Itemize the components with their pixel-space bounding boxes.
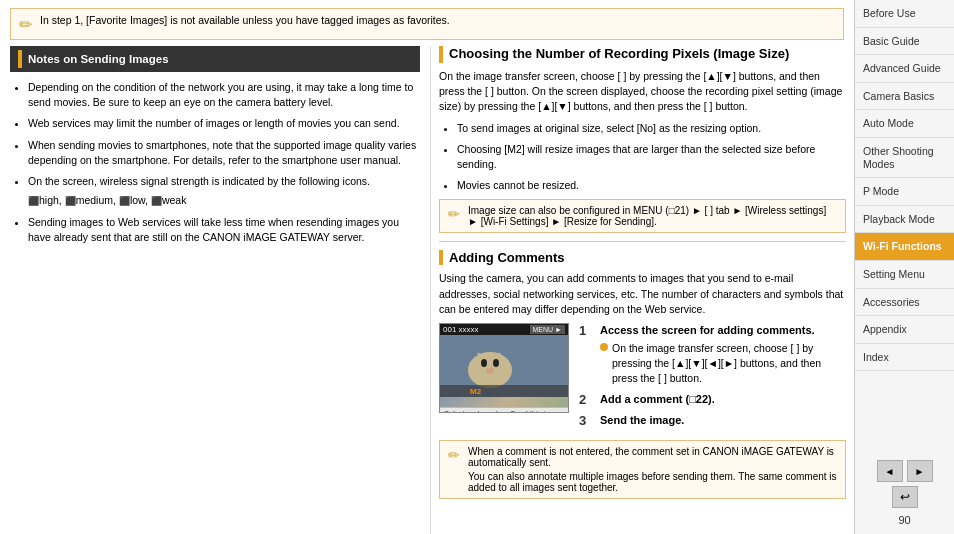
step-num-2: 2	[579, 392, 595, 407]
sidebar: Before Use Basic Guide Advanced Guide Ca…	[854, 0, 954, 534]
step-1-detail: On the image transfer screen, choose [ ]…	[600, 341, 846, 385]
section-divider	[439, 241, 846, 242]
svg-point-2	[481, 359, 487, 367]
step-1-title: Access the screen for adding comments.	[600, 324, 815, 336]
step-2-title: Add a comment (□22).	[600, 393, 715, 405]
step-3-content: Send the image.	[600, 413, 684, 428]
sidebar-item-camera-basics[interactable]: Camera Basics	[855, 83, 954, 111]
page-number: 90	[892, 512, 916, 528]
camera-top-bar: 001 xxxxx MENU ►	[440, 324, 568, 335]
sidebar-item-setting-menu[interactable]: Setting Menu	[855, 261, 954, 289]
sidebar-item-advanced-guide[interactable]: Advanced Guide	[855, 55, 954, 83]
svg-rect-5	[440, 385, 569, 397]
list-item: Depending on the condition of the networ…	[28, 80, 420, 110]
steps-list: 1 Access the screen for adding comments.…	[579, 323, 846, 434]
camera-image-preview: M2	[440, 335, 568, 407]
top-note-text: In step 1, [Favorite Images] is not avai…	[40, 14, 450, 26]
sidebar-item-wifi-functions[interactable]: Wi-Fi Functions	[855, 233, 954, 261]
list-item: Web services may limit the number of ima…	[28, 116, 420, 131]
pencil-icon: ✏	[448, 206, 460, 222]
sidebar-item-auto-mode[interactable]: Auto Mode	[855, 110, 954, 138]
right-column: Choosing the Number of Recording Pixels …	[430, 46, 854, 534]
bottom-notes-list: When a comment is not entered, the comme…	[468, 446, 837, 493]
sidebar-item-accessories[interactable]: Accessories	[855, 289, 954, 317]
sidebar-item-basic-guide[interactable]: Basic Guide	[855, 28, 954, 56]
recording-pixels-title: Choosing the Number of Recording Pixels …	[439, 46, 846, 63]
step-1-content: Access the screen for adding comments. O…	[600, 323, 846, 385]
step-3-title: Send the image.	[600, 414, 684, 426]
notes-list: Depending on the condition of the networ…	[10, 80, 420, 245]
step-num-1: 1	[579, 323, 595, 338]
list-item: When sending movies to smartphones, note…	[28, 138, 420, 168]
main-content: ✏ In step 1, [Favorite Images] is not av…	[0, 0, 854, 534]
orange-bullet	[600, 343, 608, 351]
pencil-icon: ✏	[448, 447, 460, 463]
sidebar-item-appendix[interactable]: Appendix	[855, 316, 954, 344]
list-item: Choosing [M2] will resize images that ar…	[457, 142, 846, 172]
recording-pixels-note: ✏ Image size can also be configured in M…	[439, 199, 846, 233]
svg-point-4	[486, 368, 494, 374]
nav-arrows: ◄ ►	[877, 460, 933, 482]
list-item: Movies cannot be resized.	[457, 178, 846, 193]
step-1: 1 Access the screen for adding comments.…	[579, 323, 846, 385]
pencil-icon: ✏	[19, 15, 32, 34]
bottom-note-2: You can also annotate multiple images be…	[468, 471, 837, 493]
steps-image-row: 001 xxxxx MENU ► M2	[439, 323, 846, 434]
recording-pixels-intro: On the image transfer screen, choose [ ]…	[439, 69, 846, 115]
title-bar-accent	[18, 50, 22, 68]
camera-bottom-bar: Select and send Send this image	[440, 407, 568, 413]
nav-next-button[interactable]: ►	[907, 460, 933, 482]
svg-point-3	[493, 359, 499, 367]
step-num-3: 3	[579, 413, 595, 428]
step-2-content: Add a comment (□22).	[600, 392, 715, 407]
sidebar-item-p-mode[interactable]: P Mode	[855, 178, 954, 206]
bottom-note-1: When a comment is not entered, the comme…	[468, 446, 837, 468]
top-note: ✏ In step 1, [Favorite Images] is not av…	[10, 8, 844, 40]
bottom-notes: ✏ When a comment is not entered, the com…	[439, 440, 846, 499]
notes-title: Notes on Sending Images	[28, 53, 169, 65]
sidebar-item-index[interactable]: Index	[855, 344, 954, 372]
adding-comments-intro: Using the camera, you can add comments t…	[439, 271, 846, 317]
note-text: Image size can also be configured in MEN…	[468, 205, 837, 227]
sidebar-footer: ◄ ► ↩ 90	[855, 454, 954, 534]
adding-comments-title: Adding Comments	[439, 250, 846, 265]
preview-svg: M2	[440, 335, 569, 397]
recording-pixels-list: To send images at original size, select …	[439, 121, 846, 194]
left-section-title: Notes on Sending Images	[10, 46, 420, 72]
sidebar-item-other-shooting[interactable]: Other Shooting Modes	[855, 138, 954, 178]
step-3: 3 Send the image.	[579, 413, 846, 428]
icon-row: ⬛high, ⬛medium, ⬛low, ⬛weak	[28, 193, 420, 208]
list-item: On the screen, wireless signal strength …	[28, 174, 420, 208]
svg-text:M2: M2	[470, 387, 482, 396]
left-column: Notes on Sending Images Depending on the…	[0, 46, 430, 534]
list-item: Sending images to Web services will take…	[28, 215, 420, 245]
sidebar-item-playback-mode[interactable]: Playback Mode	[855, 206, 954, 234]
sidebar-item-before-use[interactable]: Before Use	[855, 0, 954, 28]
content-columns: Notes on Sending Images Depending on the…	[0, 46, 854, 534]
step-2: 2 Add a comment (□22).	[579, 392, 846, 407]
nav-prev-button[interactable]: ◄	[877, 460, 903, 482]
nav-home-button[interactable]: ↩	[892, 486, 918, 508]
list-item: To send images at original size, select …	[457, 121, 846, 136]
camera-screen: 001 xxxxx MENU ► M2	[439, 323, 569, 413]
